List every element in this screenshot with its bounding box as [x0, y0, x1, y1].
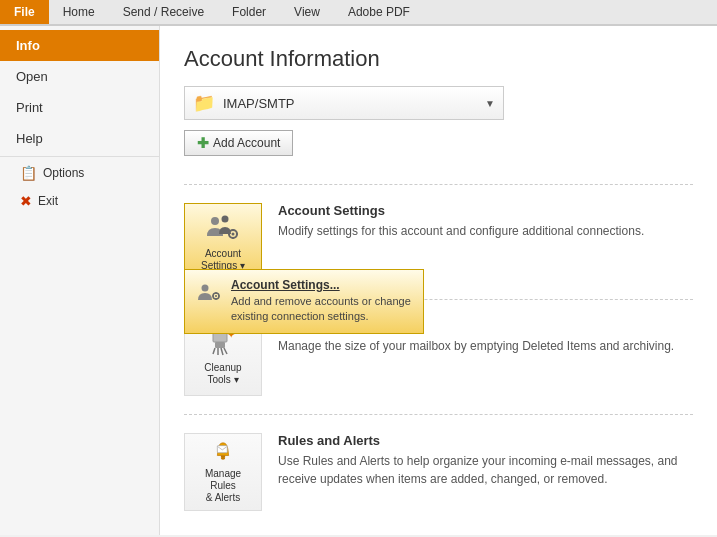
tooltip-item-title: Account Settings... — [231, 278, 413, 292]
exit-label: Exit — [38, 194, 58, 208]
account-dropdown[interactable]: 📁 IMAP/SMTP ▼ — [184, 86, 504, 120]
page-title: Account Information — [184, 46, 693, 72]
chevron-down-icon: ▼ — [485, 98, 495, 109]
cleanup-tools-desc: Manage the size of your mailbox by empty… — [278, 337, 693, 355]
svg-line-17 — [213, 348, 215, 354]
imap-folder-icon: 📁 — [193, 92, 215, 114]
rules-alerts-card: Manage Rules& Alerts Rules and Alerts Us… — [184, 425, 693, 519]
tooltip-settings-icon — [195, 280, 223, 313]
tab-adobe-pdf[interactable]: Adobe PDF — [334, 0, 424, 24]
ribbon-tab-bar: File Home Send / Receive Folder View Ado… — [0, 0, 717, 25]
separator-3 — [184, 414, 693, 415]
tab-folder[interactable]: Folder — [218, 0, 280, 24]
rules-alerts-info: Rules and Alerts Use Rules and Alerts to… — [278, 433, 693, 488]
svg-rect-24 — [217, 446, 227, 453]
account-settings-title: Account Settings — [278, 203, 693, 218]
sidebar-item-info[interactable]: Info — [0, 30, 159, 61]
svg-line-19 — [221, 348, 223, 355]
exit-icon: ✖ — [20, 193, 32, 209]
svg-rect-16 — [215, 342, 225, 348]
sidebar-item-exit[interactable]: ✖ Exit — [0, 187, 159, 215]
options-icon: 📋 — [20, 165, 37, 181]
account-settings-svg-icon — [205, 212, 241, 244]
svg-point-0 — [211, 217, 219, 225]
svg-point-23 — [221, 457, 225, 460]
svg-point-3 — [232, 233, 235, 236]
sidebar-item-print[interactable]: Print — [0, 92, 159, 123]
rules-alerts-svg-icon — [205, 440, 241, 464]
account-settings-info: Account Settings Modify settings for thi… — [278, 203, 693, 240]
plus-icon: ✚ — [197, 135, 209, 151]
account-dropdown-text: IMAP/SMTP — [223, 96, 485, 111]
rules-alerts-icon-box[interactable]: Manage Rules& Alerts — [184, 433, 262, 511]
cleanup-tools-icon-label: CleanupTools ▾ — [204, 362, 241, 386]
separator-1 — [184, 184, 693, 185]
rules-alerts-desc: Use Rules and Alerts to help organize yo… — [278, 452, 693, 488]
sidebar-divider — [0, 156, 159, 157]
content-area: Account Information 📁 IMAP/SMTP ▼ ✚ Add … — [160, 26, 717, 535]
sidebar: Info Open Print Help 📋 Options ✖ Exit — [0, 26, 160, 535]
tab-send-receive[interactable]: Send / Receive — [109, 0, 218, 24]
add-account-label: Add Account — [213, 136, 280, 150]
tooltip-item-desc: Add and remove accounts or change existi… — [231, 294, 413, 325]
rules-alerts-title: Rules and Alerts — [278, 433, 693, 448]
sidebar-item-help[interactable]: Help — [0, 123, 159, 154]
sidebar-item-open[interactable]: Open — [0, 61, 159, 92]
svg-line-20 — [224, 348, 227, 354]
svg-point-8 — [202, 285, 209, 292]
ribbon: File Home Send / Receive Folder View Ado… — [0, 0, 717, 26]
rules-alerts-icon-label: Manage Rules& Alerts — [191, 468, 255, 504]
tab-home[interactable]: Home — [49, 0, 109, 24]
main-area: Info Open Print Help 📋 Options ✖ Exit Ac… — [0, 26, 717, 535]
options-label: Options — [43, 166, 84, 180]
account-settings-desc: Modify settings for this account and con… — [278, 222, 693, 240]
svg-point-1 — [222, 216, 229, 223]
svg-point-10 — [215, 295, 217, 297]
account-settings-tooltip-item[interactable]: Account Settings... Add and remove accou… — [185, 270, 423, 333]
account-settings-tooltip: Account Settings... Add and remove accou… — [184, 269, 424, 334]
tab-view[interactable]: View — [280, 0, 334, 24]
tooltip-item-text: Account Settings... Add and remove accou… — [231, 278, 413, 325]
sidebar-item-options[interactable]: 📋 Options — [0, 159, 159, 187]
account-settings-wrapper: AccountSettings ▾ Account Settings Modif… — [184, 195, 693, 289]
add-account-button[interactable]: ✚ Add Account — [184, 130, 293, 156]
tab-file[interactable]: File — [0, 0, 49, 24]
